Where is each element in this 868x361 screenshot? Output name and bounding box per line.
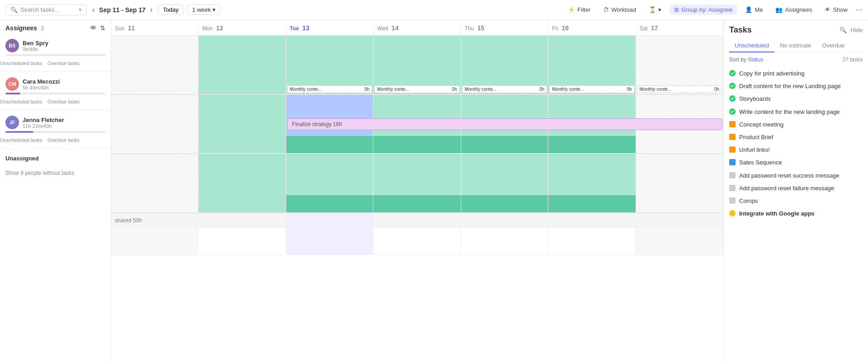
eye-icon: 👁 xyxy=(825,6,830,13)
ben-monthly-thu: Monthly conte... 0h xyxy=(462,85,547,93)
task-icon-done-1 xyxy=(729,70,736,76)
monthly-hours-2: 0h xyxy=(452,87,457,92)
ben-monthly-sat: Monthly conte... 0h xyxy=(637,85,722,93)
assignee-info-ben: BS Ben Spry 0h/40h xyxy=(5,39,105,52)
day-wed: Wed xyxy=(377,25,388,32)
today-button[interactable]: Today xyxy=(158,5,184,15)
calendar-header: Sun 11 Mon 12 Tue 13 Wed 14 Thu 15 Fri xyxy=(111,20,723,36)
overdue-link-jenna[interactable]: Overdue tasks xyxy=(47,137,80,143)
overdue-link-ben[interactable]: Overdue tasks xyxy=(47,61,80,66)
task-item-7[interactable]: Unfurl links! xyxy=(729,144,863,156)
shared-cell-thu xyxy=(461,213,548,227)
event-hours: 16h xyxy=(333,121,342,127)
main-layout: Assignees 3 👁 ⇅ BS Ben Spry 0h/40h Unsc xyxy=(0,20,868,361)
unassigned-cell-sat xyxy=(636,228,723,254)
more-options-button[interactable]: ··· xyxy=(856,5,863,14)
ben-cell-mon xyxy=(198,36,286,94)
task-label-1: Copy for print advertising xyxy=(739,70,805,78)
ben-cell-sat: Monthly conte... 0h xyxy=(636,36,723,94)
progress-bg-jenna xyxy=(5,131,105,133)
header-mon: Mon 12 xyxy=(198,20,286,35)
jenna-green-fill-thu xyxy=(461,195,548,212)
task-item-5[interactable]: Concept meeting xyxy=(729,118,863,131)
assignee-name-jenna: Jenna Fletcher xyxy=(23,117,64,123)
task-item-11[interactable]: Comps xyxy=(729,195,863,207)
jenna-cell-fri xyxy=(548,154,636,213)
jenna-green-fill-wed xyxy=(373,195,460,212)
sort-field[interactable]: Status xyxy=(748,56,763,63)
visibility-icon[interactable]: 👁 xyxy=(90,24,96,32)
ben-cell-sun xyxy=(111,36,198,94)
monthly-task-label-4: Monthly conte... xyxy=(552,87,584,92)
num-tue: 13 xyxy=(302,24,310,32)
hide-button[interactable]: Hide xyxy=(850,27,863,33)
assignee-tasks-cara: Unscheduled tasks Overdue tasks xyxy=(0,97,111,108)
assignee-row-ben: BS Ben Spry 0h/40h xyxy=(0,35,111,59)
monthly-task-label: Monthly conte... xyxy=(290,87,322,92)
task-icon-done-2 xyxy=(729,83,736,89)
overdue-link-cara[interactable]: Overdue tasks xyxy=(47,99,80,104)
workload-icon: ⏱ xyxy=(603,6,609,13)
jenna-calendar-section xyxy=(111,154,723,213)
search-bar[interactable]: 🔍 Search tasks... ▾ xyxy=(5,4,87,15)
prev-week-button[interactable]: ‹ xyxy=(90,5,96,15)
task-item-2[interactable]: Draft content for the new Landing page xyxy=(729,80,863,93)
task-item-10[interactable]: Add password reset failure message xyxy=(729,182,863,195)
time-estimate-button[interactable]: ⌛ ▾ xyxy=(644,5,666,15)
filter-button[interactable]: ⚡ Filter xyxy=(563,5,595,15)
task-item-12[interactable]: Integrate with Google apps xyxy=(729,207,863,220)
task-item-4[interactable]: Write content for the new landing page xyxy=(729,106,863,118)
calendar-area: Sun 11 Mon 12 Tue 13 Wed 14 Thu 15 Fri xyxy=(111,20,723,361)
task-icon-orange-5 xyxy=(729,121,736,127)
unassigned-row xyxy=(111,228,723,255)
task-item-3[interactable]: Storyboards xyxy=(729,93,863,105)
monthly-hours: 0h xyxy=(364,87,369,92)
tab-overdue[interactable]: Overdue xyxy=(816,39,850,52)
header-tue: Tue 13 xyxy=(286,20,373,35)
unscheduled-link-cara[interactable]: Unscheduled tasks xyxy=(0,99,42,104)
monthly-task-label-2: Monthly conte... xyxy=(377,87,409,92)
tab-no-estimate[interactable]: No estimate xyxy=(774,39,816,52)
search-dropdown-icon[interactable]: ▾ xyxy=(79,6,82,13)
week-label: 1 week xyxy=(192,6,211,13)
tasks-header-right: 🔍 Hide xyxy=(840,27,863,33)
search-tasks-icon[interactable]: 🔍 xyxy=(840,27,847,33)
task-label-6: Product Brief xyxy=(739,133,773,141)
unscheduled-link-ben[interactable]: Unscheduled tasks xyxy=(0,61,42,66)
task-item-9[interactable]: Add password reset success message xyxy=(729,169,863,182)
workload-button[interactable]: ⏱ Workload xyxy=(599,5,641,15)
show-button[interactable]: 👁 Show xyxy=(820,5,852,15)
assignee-row-jenna: JF Jenna Fletcher 11h 22m/40h xyxy=(0,112,111,136)
jenna-cell-wed xyxy=(373,154,461,213)
show-label: Show xyxy=(833,6,848,13)
unassigned-cell-fri xyxy=(548,228,636,254)
day-sat: Sat xyxy=(640,25,648,32)
monthly-hours-4: 0h xyxy=(627,87,632,92)
week-selector[interactable]: 1 week ▾ xyxy=(187,5,221,15)
unassigned-cell-tue xyxy=(286,228,373,254)
sort-by-label: Sort by xyxy=(729,56,746,63)
tab-unscheduled[interactable]: Unscheduled xyxy=(729,39,774,52)
task-item-8[interactable]: Sales Sequence xyxy=(729,156,863,169)
group-by-button[interactable]: ⊞ Group by: Assignee xyxy=(670,5,737,15)
finalize-strategy-event[interactable]: Finalize strategy 16h xyxy=(287,118,722,130)
show-people-button[interactable]: Show 9 people without tasks xyxy=(0,166,111,180)
tasks-title: Tasks xyxy=(729,25,752,35)
task-icon-gray-9 xyxy=(729,172,736,178)
ben-monthly-fri: Monthly conte... 0h xyxy=(549,85,634,93)
day-tue: Tue xyxy=(290,25,299,32)
assignees-label: Assignees xyxy=(785,6,812,13)
unscheduled-link-jenna[interactable]: Unscheduled tasks xyxy=(0,137,42,143)
task-item-1[interactable]: Copy for print advertising xyxy=(729,67,863,80)
sort-icon[interactable]: ⇅ xyxy=(100,24,105,32)
next-week-button[interactable]: › xyxy=(148,5,154,15)
ben-monthly-tue: Monthly conte... 0h xyxy=(287,85,372,93)
task-item-6[interactable]: Product Brief xyxy=(729,131,863,144)
num-mon: 12 xyxy=(216,24,223,32)
header-wed: Wed 14 xyxy=(373,20,461,35)
assignees-button[interactable]: 👥 Assignees xyxy=(771,5,816,15)
task-label-7: Unfurl links! xyxy=(739,146,770,154)
me-button[interactable]: 👤 Me xyxy=(741,5,767,15)
search-icon: 🔍 xyxy=(10,6,18,13)
me-icon: 👤 xyxy=(745,6,752,13)
